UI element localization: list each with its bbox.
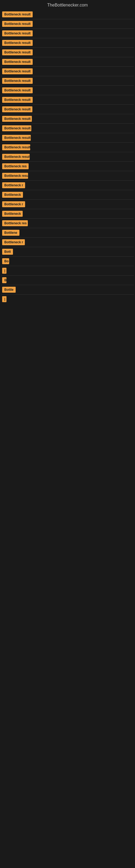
- list-item: Bottleneck result: [1, 57, 134, 66]
- list-item: Bottleneck result: [1, 86, 134, 95]
- list-item: Bottleneck result: [1, 67, 134, 76]
- bottleneck-badge: Bottleneck r: [2, 182, 25, 188]
- bottleneck-badge: Bottleneck r: [2, 201, 25, 207]
- bottleneck-badge: Bottleneck result: [2, 116, 32, 122]
- list-item: Bottleneck result: [1, 133, 134, 143]
- bottleneck-badge: Bottleneck result: [2, 21, 33, 27]
- list-item: Bottleneck r: [1, 181, 134, 190]
- bottleneck-badge: B: [2, 277, 6, 283]
- list-item: Bottleneck r: [1, 199, 134, 209]
- bottleneck-badge: |: [2, 296, 6, 302]
- list-item: Bottleneck result: [1, 114, 134, 123]
- list-item: Bottleneck result: [1, 105, 134, 114]
- list-item: Bottleneck: [1, 209, 134, 218]
- list-item: Bottlene: [1, 228, 134, 237]
- bottleneck-badge: |: [2, 268, 6, 274]
- list-item: Bottleneck: [1, 190, 134, 199]
- list-item: Bottleneck result: [1, 10, 134, 19]
- list-item: Bottleneck r: [1, 238, 134, 247]
- list-item: B: [1, 276, 134, 285]
- list-item: Bottleneck result: [1, 76, 134, 86]
- list-item: Bottleneck result: [1, 95, 134, 104]
- bottleneck-badge: Bottleneck result: [2, 154, 30, 160]
- bottleneck-badge: Bottleneck result: [2, 87, 33, 93]
- list-item: Bottleneck result: [1, 48, 134, 57]
- bottleneck-badge: Bottleneck result: [2, 11, 33, 18]
- bottleneck-badge: Bottlene: [2, 230, 19, 236]
- site-title: TheBottlenecker.com: [0, 0, 135, 10]
- list-item: Bottleneck result: [1, 19, 134, 29]
- bottleneck-badge: Bottleneck result: [2, 144, 30, 150]
- list-item: Bottleneck result: [1, 38, 134, 48]
- list-item: Bottleneck res: [1, 219, 134, 228]
- bottleneck-badge: Bottleneck result: [2, 106, 32, 112]
- bottleneck-badge: Bott: [2, 249, 13, 255]
- bottleneck-badge: Bottleneck res: [2, 163, 29, 169]
- bottleneck-badge: Bottleneck result: [2, 30, 33, 36]
- list-item: Bottle: [1, 285, 134, 294]
- bottleneck-badge: Bottleneck res: [2, 220, 28, 226]
- list-item: Bottleneck result: [1, 152, 134, 161]
- bottleneck-badge: Bo: [2, 258, 9, 264]
- bottleneck-badge: Bottleneck result: [2, 125, 31, 131]
- bottleneck-badge: Bottleneck result: [2, 135, 31, 141]
- items-list: Bottleneck resultBottleneck resultBottle…: [0, 10, 135, 304]
- list-item: Bott: [1, 247, 134, 256]
- list-item: Bottleneck result: [1, 171, 134, 180]
- bottleneck-badge: Bottleneck result: [2, 97, 33, 103]
- list-item: Bottleneck result: [1, 143, 134, 152]
- bottleneck-badge: Bottleneck result: [2, 50, 33, 55]
- list-item: Bo: [1, 257, 134, 266]
- bottleneck-badge: Bottleneck result: [2, 68, 33, 74]
- bottleneck-badge: Bottleneck result: [2, 78, 33, 84]
- list-item: |: [1, 266, 134, 275]
- list-item: Bottleneck res: [1, 162, 134, 171]
- list-item: Bottleneck result: [1, 124, 134, 133]
- bottleneck-badge: Bottleneck: [2, 211, 23, 217]
- list-item: Bottleneck result: [1, 29, 134, 38]
- bottleneck-badge: Bottleneck result: [2, 173, 28, 179]
- bottleneck-badge: Bottle: [2, 287, 16, 293]
- bottleneck-badge: Bottleneck result: [2, 40, 33, 46]
- list-item: |: [1, 294, 134, 304]
- bottleneck-badge: Bottleneck result: [2, 59, 33, 65]
- bottleneck-badge: Bottleneck: [2, 192, 23, 198]
- bottleneck-badge: Bottleneck r: [2, 239, 25, 245]
